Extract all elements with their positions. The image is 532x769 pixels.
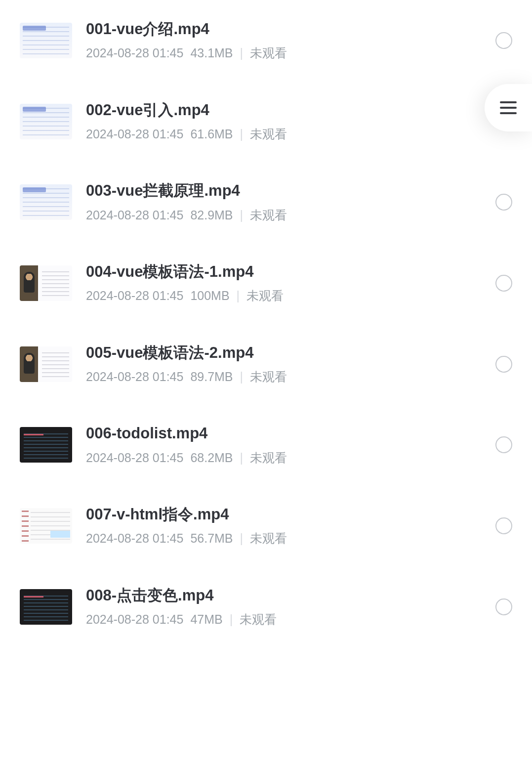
floating-menu-button[interactable] — [485, 84, 532, 131]
file-size: 43.1MB — [190, 45, 233, 61]
file-meta: 2024-08-28 01:45 56.7MB | 未观看 — [86, 530, 482, 547]
file-size: 56.7MB — [190, 530, 233, 547]
meta-separator: | — [240, 45, 244, 61]
video-thumbnail — [20, 508, 72, 544]
watch-status: 未观看 — [250, 207, 287, 223]
file-title: 007-v-html指令.mp4 — [86, 505, 482, 523]
select-radio[interactable] — [495, 598, 512, 615]
select-radio[interactable] — [495, 356, 512, 373]
video-thumbnail — [20, 184, 72, 220]
file-info: 004-vue模板语法-1.mp4 2024-08-28 01:45 100MB… — [86, 262, 482, 304]
file-title: 006-todolist.mp4 — [86, 424, 482, 442]
list-item[interactable]: 008-点击变色.mp4 2024-08-28 01:45 47MB | 未观看 — [0, 566, 532, 647]
file-meta: 2024-08-28 01:45 43.1MB | 未观看 — [86, 45, 482, 61]
file-size: 68.2MB — [190, 450, 233, 466]
list-item[interactable]: 002-vue引入.mp4 2024-08-28 01:45 61.6MB | … — [0, 81, 532, 162]
file-info: 002-vue引入.mp4 2024-08-28 01:45 61.6MB | … — [86, 101, 482, 142]
list-item[interactable]: 005-vue模板语法-2.mp4 2024-08-28 01:45 89.7M… — [0, 324, 532, 405]
file-meta: 2024-08-28 01:45 82.9MB | 未观看 — [86, 207, 482, 223]
meta-separator: | — [240, 450, 244, 466]
file-date: 2024-08-28 01:45 — [86, 45, 183, 61]
file-info: 001-vue介绍.mp4 2024-08-28 01:45 43.1MB | … — [86, 20, 482, 61]
video-thumbnail — [20, 265, 72, 301]
file-date: 2024-08-28 01:45 — [86, 450, 183, 466]
video-thumbnail — [20, 23, 72, 58]
meta-separator: | — [240, 530, 244, 547]
file-list: 001-vue介绍.mp4 2024-08-28 01:45 43.1MB | … — [0, 0, 532, 647]
file-size: 47MB — [190, 611, 222, 628]
meta-separator: | — [240, 126, 244, 142]
file-info: 003-vue拦截原理.mp4 2024-08-28 01:45 82.9MB … — [86, 181, 482, 223]
video-thumbnail — [20, 104, 72, 139]
select-radio[interactable] — [495, 32, 512, 49]
watch-status: 未观看 — [250, 369, 287, 385]
hamburger-icon — [500, 101, 517, 114]
meta-separator: | — [237, 288, 240, 304]
file-info: 006-todolist.mp4 2024-08-28 01:45 68.2MB… — [86, 424, 482, 466]
meta-separator: | — [230, 611, 233, 628]
list-item[interactable]: 003-vue拦截原理.mp4 2024-08-28 01:45 82.9MB … — [0, 162, 532, 243]
file-title: 008-点击变色.mp4 — [86, 586, 482, 604]
file-date: 2024-08-28 01:45 — [86, 369, 183, 385]
video-thumbnail — [20, 589, 72, 625]
watch-status: 未观看 — [250, 530, 287, 547]
video-thumbnail — [20, 427, 72, 463]
file-title: 005-vue模板语法-2.mp4 — [86, 343, 482, 362]
file-size: 82.9MB — [190, 207, 233, 223]
video-thumbnail — [20, 346, 72, 382]
watch-status: 未观看 — [240, 611, 277, 628]
watch-status: 未观看 — [250, 45, 287, 61]
file-meta: 2024-08-28 01:45 61.6MB | 未观看 — [86, 126, 482, 142]
watch-status: 未观看 — [246, 288, 284, 304]
file-title: 004-vue模板语法-1.mp4 — [86, 262, 482, 281]
file-size: 89.7MB — [190, 369, 233, 385]
select-radio[interactable] — [495, 194, 512, 211]
file-date: 2024-08-28 01:45 — [86, 611, 183, 628]
file-info: 005-vue模板语法-2.mp4 2024-08-28 01:45 89.7M… — [86, 343, 482, 385]
file-info: 007-v-html指令.mp4 2024-08-28 01:45 56.7MB… — [86, 505, 482, 547]
list-item[interactable]: 007-v-html指令.mp4 2024-08-28 01:45 56.7MB… — [0, 485, 532, 566]
file-info: 008-点击变色.mp4 2024-08-28 01:45 47MB | 未观看 — [86, 586, 482, 628]
file-title: 002-vue引入.mp4 — [86, 101, 482, 119]
file-title: 001-vue介绍.mp4 — [86, 20, 482, 38]
file-meta: 2024-08-28 01:45 47MB | 未观看 — [86, 611, 482, 628]
list-item[interactable]: 006-todolist.mp4 2024-08-28 01:45 68.2MB… — [0, 404, 532, 485]
list-item[interactable]: 001-vue介绍.mp4 2024-08-28 01:45 43.1MB | … — [0, 0, 532, 81]
file-size: 61.6MB — [190, 126, 233, 142]
select-radio[interactable] — [495, 517, 512, 534]
watch-status: 未观看 — [250, 450, 287, 466]
watch-status: 未观看 — [250, 126, 287, 142]
file-meta: 2024-08-28 01:45 100MB | 未观看 — [86, 288, 482, 304]
meta-separator: | — [240, 207, 244, 223]
file-meta: 2024-08-28 01:45 89.7MB | 未观看 — [86, 369, 482, 385]
select-radio[interactable] — [495, 436, 512, 453]
file-size: 100MB — [190, 288, 229, 304]
file-date: 2024-08-28 01:45 — [86, 288, 183, 304]
list-item[interactable]: 004-vue模板语法-1.mp4 2024-08-28 01:45 100MB… — [0, 243, 532, 324]
file-title: 003-vue拦截原理.mp4 — [86, 181, 482, 200]
file-date: 2024-08-28 01:45 — [86, 207, 183, 223]
file-meta: 2024-08-28 01:45 68.2MB | 未观看 — [86, 450, 482, 466]
meta-separator: | — [240, 369, 244, 385]
file-date: 2024-08-28 01:45 — [86, 126, 183, 142]
file-date: 2024-08-28 01:45 — [86, 530, 183, 547]
select-radio[interactable] — [495, 275, 512, 292]
